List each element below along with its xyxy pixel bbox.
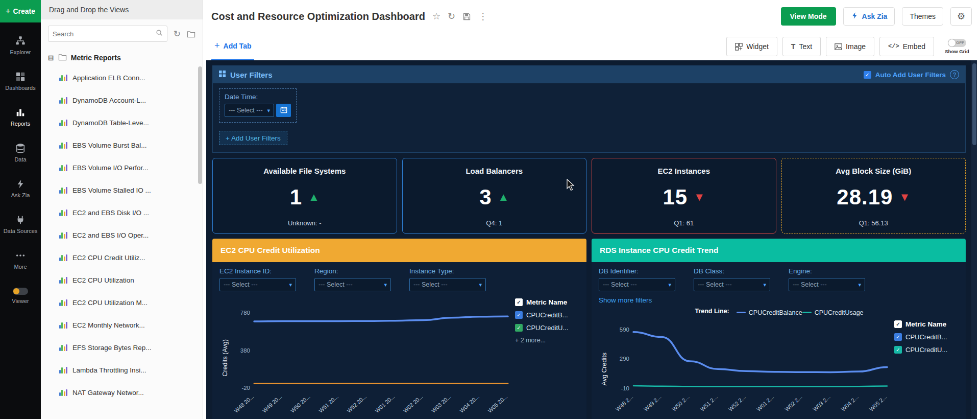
ask-zia-button[interactable]: Ask Zia — [843, 7, 895, 26]
kpi-card-load-balancers[interactable]: Load Balancers3▲Q4: 1 — [402, 158, 587, 234]
add-user-filters-button[interactable]: + Add User Filters — [219, 131, 287, 145]
trend-up-icon: ▲ — [308, 192, 320, 203]
rail-item-viewer[interactable]: Viewer — [0, 278, 41, 314]
legend-checkbox[interactable]: ✓ — [515, 298, 523, 306]
text-button[interactable]: T Text — [782, 37, 821, 56]
kebab-menu-icon[interactable]: ⋮ — [478, 11, 487, 22]
folder-view-icon[interactable] — [187, 30, 195, 38]
report-list-item[interactable]: EFS Storage Bytes Rep... — [41, 336, 203, 359]
report-list-item[interactable]: EC2 CPU Utilization — [41, 269, 203, 291]
filter-select-region[interactable]: --- Select ---▾ — [314, 278, 391, 291]
report-list-item[interactable]: DynamoDB Table-Leve... — [41, 111, 203, 134]
legend-item[interactable]: ✓CPUCreditU... — [894, 346, 960, 354]
report-list-item[interactable]: EC2 and EBS I/O Oper... — [41, 224, 203, 246]
refresh-views-icon[interactable]: ↻ — [174, 29, 181, 39]
add-tab-button[interactable]: + Add Tab — [211, 33, 254, 60]
bar-chart-icon — [59, 389, 67, 396]
report-list-item[interactable]: EBS Volume Stalled IO ... — [41, 179, 203, 201]
canvas-scrollbar-thumb[interactable] — [972, 63, 976, 145]
legend-item[interactable]: ✓CPUCreditB... — [894, 333, 960, 341]
report-list-item[interactable]: Lambda Throttling Insi... — [41, 359, 203, 381]
report-list-item[interactable]: EC2 Monthly Network... — [41, 314, 203, 336]
canvas-scrollbar[interactable] — [971, 60, 977, 419]
report-list-item[interactable]: Application ELB Conn... — [41, 66, 203, 89]
viewer-toggle[interactable] — [13, 288, 28, 295]
embed-button[interactable]: </> Embed — [879, 37, 934, 56]
widget-icon — [735, 43, 743, 51]
filter-select-instance-type[interactable]: --- Select ---▾ — [409, 278, 486, 291]
legend-more-link[interactable]: + 2 more... — [515, 337, 580, 344]
series-checkbox[interactable]: ✓ — [894, 346, 902, 354]
search-input[interactable] — [53, 30, 156, 38]
report-list-item[interactable]: EC2 CPU Credit Utiliz... — [41, 246, 203, 269]
series-checkbox[interactable]: ✓ — [515, 311, 523, 319]
legend-item[interactable]: ✓CPUCreditU... — [515, 324, 580, 332]
report-list-item[interactable]: EBS Volume I/O Perfor... — [41, 156, 203, 179]
show-more-filters-link[interactable]: Show more filters — [599, 296, 960, 304]
report-name: Application ELB Conn... — [72, 74, 145, 82]
kpi-card-available-file-systems[interactable]: Available File Systems1▲Unknown: - — [212, 158, 397, 234]
save-icon[interactable] — [462, 12, 471, 21]
series-checkbox[interactable]: ✓ — [515, 324, 523, 332]
collapse-icon[interactable]: ⊟ — [48, 54, 54, 62]
rail-item-explorer[interactable]: Explorer — [0, 28, 41, 63]
filter-select-db-class[interactable]: --- Select ---▾ — [694, 278, 770, 291]
date-time-filter[interactable]: Date Time: --- Select --- ▾ — [219, 88, 297, 123]
rail-item-data[interactable]: Data — [0, 135, 41, 171]
filter-select-ec2-instance-id[interactable]: --- Select ---▾ — [219, 278, 296, 291]
create-button[interactable]: + Create — [0, 0, 41, 22]
folder-row-metric-reports[interactable]: ⊟ Metric Reports — [41, 49, 203, 66]
rail-item-more[interactable]: More — [0, 242, 41, 278]
filter-select-db-identifier[interactable]: --- Select ---▾ — [599, 278, 675, 291]
widget-button[interactable]: Widget — [726, 37, 777, 56]
line-chart[interactable]: 780380-20W48 20...W49 20...W50 20...W51 … — [231, 295, 513, 419]
report-list-item[interactable]: EC2 and EBS Disk I/O ... — [41, 201, 203, 224]
calendar-button[interactable] — [276, 104, 291, 117]
legend-title-row[interactable]: ✓ Metric Name — [515, 298, 580, 306]
filter-select-engine[interactable]: --- Select ---▾ — [789, 278, 865, 291]
svg-text:W51 2...: W51 2... — [699, 393, 719, 412]
show-grid-toggle[interactable]: OFF — [948, 39, 966, 47]
panel-scrollbar-thumb[interactable] — [198, 66, 202, 184]
favorite-star-icon[interactable]: ☆ — [432, 11, 440, 22]
themes-button[interactable]: Themes — [902, 7, 943, 26]
filter-ec2-instance-id: EC2 Instance ID:--- Select ---▾ — [219, 267, 296, 291]
kpi-card-ec2-instances[interactable]: EC2 Instances15▼Q1: 61 — [592, 158, 776, 234]
date-time-select[interactable]: --- Select --- ▾ — [225, 104, 274, 117]
svg-text:W49 2...: W49 2... — [643, 393, 662, 412]
select-value: --- Select --- — [224, 281, 258, 288]
svg-text:W01 2...: W01 2... — [755, 393, 775, 412]
report-list-item[interactable]: EBS Volume Burst Bal... — [41, 134, 203, 156]
auto-add-user-filters-checkbox[interactable]: ✓ — [864, 71, 871, 79]
legend-title-row[interactable]: ✓ Metric Name — [894, 320, 960, 328]
rail-item-data-sources[interactable]: Data Sources — [0, 206, 41, 242]
report-list-item[interactable]: EC2 CPU Utilization M... — [41, 291, 203, 314]
refresh-icon[interactable]: ↻ — [448, 11, 455, 22]
panel-scrollbar[interactable] — [198, 59, 202, 417]
kpi-value-row: 1▲ — [290, 185, 320, 210]
series-checkbox[interactable]: ✓ — [894, 333, 902, 341]
widget-label: Widget — [746, 42, 769, 51]
bar-chart-icon — [59, 187, 67, 194]
chevron-down-icon: ▾ — [858, 282, 861, 288]
help-icon[interactable]: ? — [950, 70, 959, 79]
rail-item-ask-zia[interactable]: Ask Zia — [0, 171, 41, 206]
view-mode-button[interactable]: View Mode — [781, 7, 836, 26]
svg-text:W02 2...: W02 2... — [783, 393, 803, 412]
report-list-item[interactable]: DynamoDB Account-L... — [41, 89, 203, 111]
report-list-item[interactable]: NAT Gateway Networ... — [41, 381, 203, 404]
rail-item-reports[interactable]: Reports — [0, 99, 41, 135]
svg-text:W02 20...: W02 20... — [402, 393, 424, 414]
legend-item[interactable]: ✓CPUCreditB... — [515, 311, 580, 319]
legend-checkbox[interactable]: ✓ — [894, 320, 902, 328]
line-chart[interactable]: 590290-10W48 2...W49 2...W50 2...W51 2..… — [610, 317, 892, 419]
select-value: --- Select --- — [698, 281, 732, 288]
kpi-card-avg-block-size-gib[interactable]: Avg Block Size (GiB)28.19▼Q1: 56.13 — [781, 158, 966, 234]
settings-gear-icon[interactable]: ⚙ — [950, 7, 972, 26]
user-filters-body: Date Time: --- Select --- ▾ — [213, 83, 965, 152]
search-box[interactable] — [48, 26, 167, 42]
rail-item-label: Ask Zia — [11, 192, 30, 198]
rail-item-dashboards[interactable]: Dashboards — [0, 63, 41, 99]
dashboards-icon — [15, 72, 26, 82]
image-button[interactable]: Image — [826, 37, 874, 56]
